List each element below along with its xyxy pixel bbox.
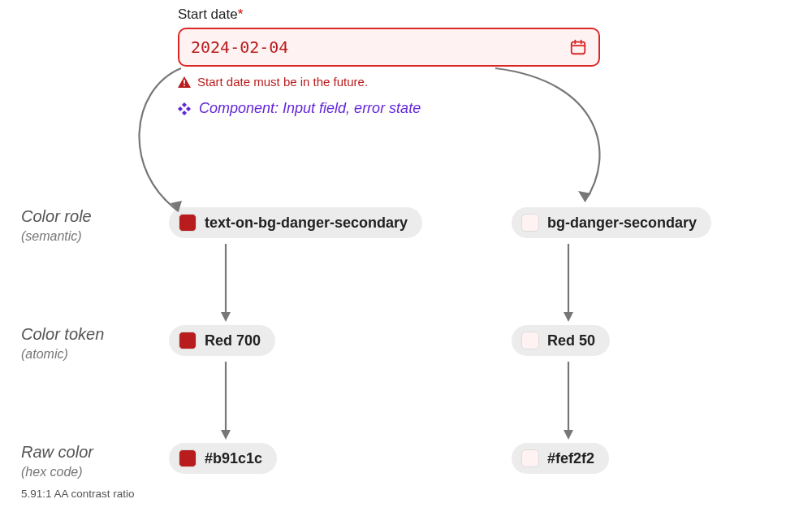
svg-marker-7	[578, 191, 591, 202]
swatch	[179, 214, 197, 232]
svg-marker-9	[221, 312, 231, 322]
pill-label: Red 700	[205, 332, 261, 349]
category-title: Raw color	[21, 443, 93, 462]
pill-raw-right: #fef2f2	[512, 443, 609, 474]
pill-label: Red 50	[547, 332, 595, 349]
pill-role-right: bg-danger-secondary	[512, 207, 711, 238]
date-input[interactable]: 2024-02-04	[178, 28, 600, 67]
svg-marker-11	[221, 430, 231, 440]
pill-raw-left: #b91c1c	[169, 443, 277, 474]
category-title: Color role	[21, 207, 92, 226]
swatch	[521, 449, 539, 467]
swatch	[179, 449, 197, 467]
required-asterisk: *	[238, 7, 244, 22]
input-field-example: Start date* 2024-02-04 Start date must b…	[178, 7, 600, 117]
swatch	[179, 332, 197, 349]
pill-label: bg-danger-secondary	[547, 215, 697, 232]
category-title: Color token	[21, 325, 104, 344]
pill-token-right: Red 50	[512, 325, 610, 356]
date-input-value: 2024-02-04	[191, 37, 288, 57]
component-caption-text: Component: Input field, error state	[199, 100, 421, 117]
error-message: Start date must be in the future.	[178, 75, 600, 89]
contrast-ratio-note: 5.91:1 AA contrast ratio	[21, 488, 135, 500]
field-label: Start date*	[178, 7, 600, 23]
pill-token-left: Red 700	[169, 325, 275, 356]
component-caption: Component: Input field, error state	[178, 100, 600, 117]
error-text: Start date must be in the future.	[197, 75, 368, 89]
svg-marker-15	[564, 430, 573, 440]
category-color-token: Color token (atomic)	[21, 325, 104, 362]
svg-rect-4	[184, 80, 185, 84]
warning-icon	[178, 76, 191, 88]
category-raw-color: Raw color (hex code)	[21, 443, 93, 479]
svg-rect-0	[572, 42, 585, 54]
svg-rect-5	[184, 85, 185, 86]
pill-label: text-on-bg-danger-secondary	[205, 215, 408, 232]
svg-marker-13	[564, 312, 573, 322]
category-sub: (atomic)	[21, 347, 104, 362]
pill-label: #fef2f2	[547, 450, 594, 467]
pill-role-left: text-on-bg-danger-secondary	[169, 207, 422, 238]
category-sub: (hex code)	[21, 465, 93, 479]
swatch	[521, 214, 539, 232]
component-icon	[178, 102, 191, 115]
field-label-text: Start date	[178, 7, 238, 22]
pill-label: #b91c1c	[205, 450, 262, 467]
category-color-role: Color role (semantic)	[21, 207, 92, 244]
swatch	[521, 332, 539, 349]
calendar-icon	[569, 38, 587, 56]
category-sub: (semantic)	[21, 229, 92, 244]
